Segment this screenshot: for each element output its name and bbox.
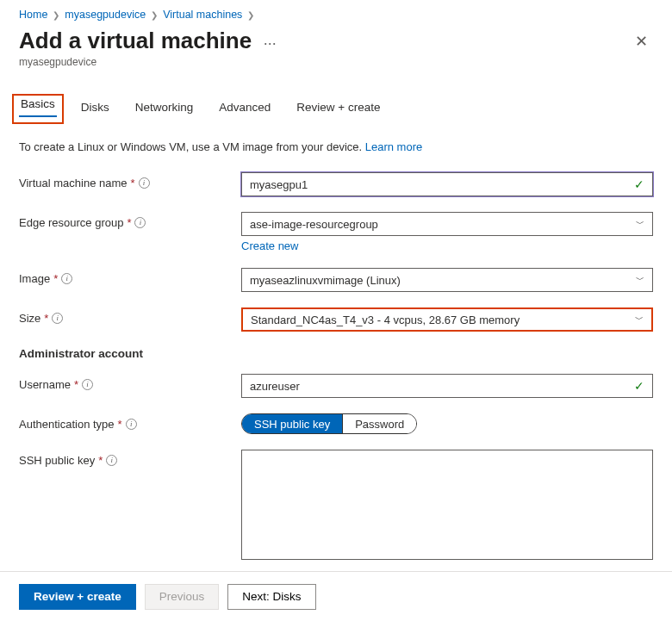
previous-button: Previous	[145, 584, 220, 610]
breadcrumb-vms[interactable]: Virtual machines	[163, 9, 242, 21]
page-title: Add a virtual machine	[19, 28, 252, 53]
chevron-right-icon: ❯	[247, 10, 254, 20]
tab-disks[interactable]: Disks	[79, 97, 111, 121]
chevron-right-icon: ❯	[151, 10, 158, 20]
wizard-footer: Review + create Previous Next: Disks	[0, 571, 672, 621]
ssh-key-input[interactable]	[241, 450, 653, 560]
highlight-box: Basics	[12, 94, 64, 124]
create-new-link[interactable]: Create new	[241, 239, 653, 252]
ssh-key-label: SSH public key	[19, 454, 95, 467]
info-icon[interactable]: i	[52, 313, 63, 324]
breadcrumb: Home ❯ myasegpudevice ❯ Virtual machines…	[19, 9, 653, 21]
vm-name-label: Virtual machine name	[19, 177, 128, 189]
chevron-down-icon: ﹀	[636, 218, 644, 230]
vm-name-input[interactable]: myasegpu1 ✓	[241, 172, 653, 196]
info-icon[interactable]: i	[139, 177, 150, 189]
info-icon[interactable]: i	[106, 455, 117, 466]
required-icon: *	[53, 272, 58, 285]
more-icon[interactable]: ···	[264, 34, 277, 52]
review-create-button[interactable]: Review + create	[19, 584, 136, 610]
next-button[interactable]: Next: Disks	[227, 584, 315, 610]
image-label: Image	[19, 272, 50, 285]
erg-label: Edge resource group	[19, 216, 123, 229]
required-icon: *	[131, 177, 135, 189]
required-icon: *	[44, 312, 48, 325]
required-icon: *	[98, 454, 103, 467]
chevron-down-icon: ﹀	[636, 274, 644, 286]
erg-select[interactable]: ase-image-resourcegroup ﹀	[241, 212, 653, 236]
admin-section-heading: Administrator account	[19, 347, 653, 360]
tab-networking[interactable]: Networking	[134, 97, 196, 121]
learn-more-link[interactable]: Learn more	[365, 140, 422, 153]
tab-strip: Basics Disks Networking Advanced Review …	[19, 97, 653, 121]
checkmark-icon: ✓	[634, 177, 644, 191]
tab-advanced[interactable]: Advanced	[217, 97, 272, 121]
size-label: Size	[19, 312, 40, 325]
auth-type-toggle: SSH public key Password	[241, 413, 417, 434]
chevron-down-icon: ﹀	[635, 314, 644, 326]
tab-review[interactable]: Review + create	[295, 97, 382, 121]
intro-text: To create a Linux or Windows VM, use a V…	[19, 140, 653, 153]
username-input[interactable]: azureuser ✓	[241, 374, 653, 398]
checkmark-icon: ✓	[634, 379, 644, 393]
breadcrumb-home[interactable]: Home	[19, 9, 47, 21]
size-select[interactable]: Standard_NC4as_T4_v3 - 4 vcpus, 28.67 GB…	[241, 307, 653, 332]
required-icon: *	[74, 378, 78, 391]
username-label: Username	[19, 378, 71, 391]
page-subtitle: myasegpudevice	[19, 56, 653, 68]
auth-password-option[interactable]: Password	[342, 414, 416, 433]
auth-ssh-option[interactable]: SSH public key	[242, 414, 342, 433]
breadcrumb-device[interactable]: myasegpudevice	[65, 9, 146, 21]
auth-type-label: Authentication type	[19, 418, 115, 431]
info-icon[interactable]: i	[126, 419, 137, 430]
info-icon[interactable]: i	[134, 217, 146, 228]
required-icon: *	[118, 418, 122, 431]
required-icon: *	[127, 216, 131, 229]
info-icon[interactable]: i	[82, 379, 93, 390]
info-icon[interactable]: i	[61, 273, 72, 284]
image-select[interactable]: myaseazlinuxvmimage (Linux) ﹀	[241, 268, 653, 292]
tab-basics[interactable]: Basics	[19, 94, 57, 117]
close-icon[interactable]: ✕	[630, 28, 653, 54]
chevron-right-icon: ❯	[53, 10, 59, 20]
